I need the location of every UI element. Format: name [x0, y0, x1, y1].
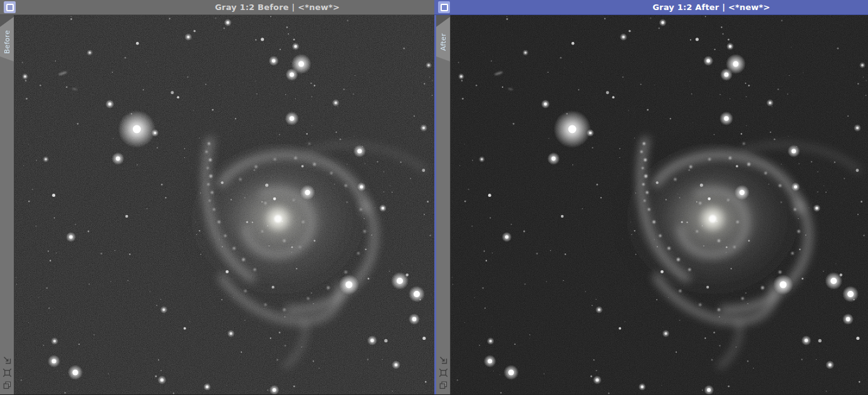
tab-label: Before — [3, 30, 11, 54]
titlebar-after[interactable]: Gray 1:2 After | <*new*> — [434, 0, 868, 15]
image-view-before[interactable] — [14, 15, 434, 394]
galaxy-image-before — [14, 15, 434, 394]
tab-label: After — [439, 33, 447, 51]
selection-mode-icon[interactable] — [3, 368, 12, 377]
duplicate-view-icon[interactable] — [3, 381, 12, 390]
zoom-mode-icon[interactable] — [3, 356, 12, 365]
window-select-icon[interactable] — [438, 1, 450, 13]
window-select-icon-glyph — [6, 4, 14, 11]
zoom-mode-icon[interactable] — [439, 356, 448, 365]
window-select-icon[interactable] — [4, 1, 16, 13]
image-view-after[interactable] — [451, 15, 868, 394]
window-title: Gray 1:2 Before | <*new*> — [60, 3, 494, 12]
titlebar-before[interactable]: Gray 1:2 Before | <*new*> — [0, 0, 434, 15]
side-panel-icons — [436, 356, 450, 394]
duplicate-view-icon[interactable] — [439, 381, 448, 390]
window-body-before: Before — [0, 15, 434, 394]
image-window-after: Gray 1:2 After | <*new*> After — [434, 0, 868, 395]
selection-mode-icon[interactable] — [439, 368, 448, 377]
galaxy-image-after — [451, 15, 868, 394]
pixinsight-workspace: Gray 1:2 Before | <*new*> Before — [0, 0, 868, 395]
side-panel-icons — [0, 356, 14, 394]
window-select-icon-glyph — [441, 4, 448, 11]
window-title: Gray 1:2 After | <*new*> — [494, 3, 868, 12]
window-body-after: After — [434, 15, 868, 394]
side-panel-after: After — [436, 15, 451, 394]
side-panel-before: Before — [0, 15, 14, 394]
image-window-before: Gray 1:2 Before | <*new*> Before — [0, 0, 434, 395]
